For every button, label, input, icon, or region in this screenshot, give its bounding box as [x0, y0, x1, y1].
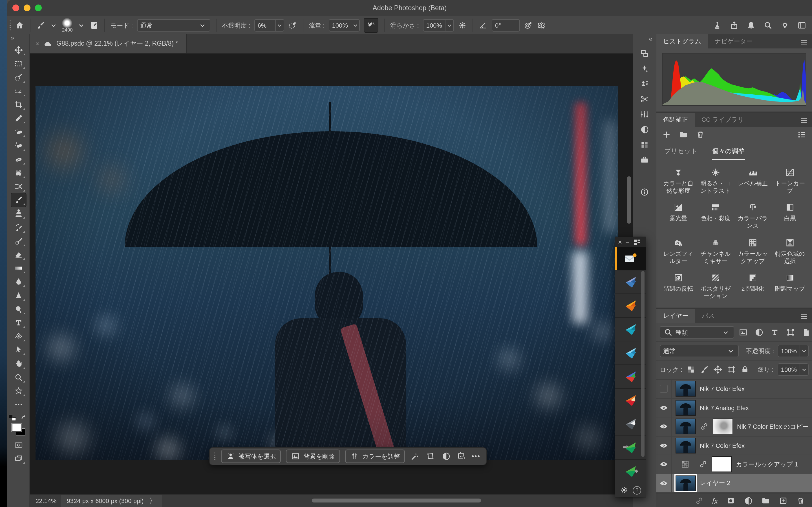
opacity-field[interactable]: 6% [254, 19, 284, 32]
filter-type-icon[interactable] [770, 328, 779, 337]
foreground-background-swatches[interactable] [11, 424, 25, 436]
collapsed-panel-brush-settings[interactable] [637, 107, 652, 122]
workspace-icon[interactable] [797, 21, 806, 30]
eraser-tool[interactable] [11, 248, 26, 262]
notifications-bell-icon[interactable] [747, 21, 756, 30]
layer-fill-field[interactable]: 100% [777, 363, 809, 376]
layer-thumbnail[interactable] [675, 419, 696, 435]
delete-adjustment-icon[interactable] [696, 130, 705, 139]
nik-minimize-icon[interactable]: − [625, 238, 629, 245]
foreground-color-swatch[interactable] [11, 424, 21, 432]
panel-menu-icon[interactable] [800, 116, 809, 125]
panel-menu-icon[interactable] [800, 312, 809, 321]
zoom-level[interactable]: 22.14% [36, 497, 57, 504]
adjustment-icon[interactable] [442, 452, 451, 461]
chevron-down-icon[interactable] [800, 364, 808, 375]
chevron-down-icon[interactable] [800, 345, 808, 356]
dodge-tool[interactable] [11, 302, 26, 316]
adjustment-group-folder-icon[interactable] [679, 130, 688, 139]
collapsed-panel-firefly[interactable] [637, 61, 652, 76]
adj-threshold[interactable]: 2 階調化 [734, 272, 771, 300]
lock-artboard-icon[interactable] [727, 365, 736, 374]
adj-levels[interactable]: レベル補正 [734, 167, 771, 194]
layer-name[interactable]: カラールックアップ 1 [736, 460, 798, 469]
symmetry-butterfly-icon[interactable] [537, 21, 546, 30]
add-mask-icon[interactable] [726, 496, 735, 505]
layer-visibility-eye-icon[interactable] [656, 417, 672, 436]
layer-row[interactable]: Nik 7 Color Efex のコピー [656, 417, 812, 436]
adjust-color-button[interactable]: カラーを調整 [345, 450, 405, 463]
canvas-image[interactable] [36, 86, 618, 460]
discover-lightbulb-icon[interactable] [780, 21, 790, 30]
adj-gradient-map[interactable]: 階調マップ [771, 272, 809, 300]
layer-row[interactable]: Nik 7 Analog Efex [656, 399, 812, 417]
collapsed-panel-actions[interactable] [637, 91, 652, 107]
document-tab[interactable]: × G88.psdc @ 22.1% (レイヤー 2, RGB/8) * [30, 34, 187, 53]
layer-style-fx-icon[interactable]: fx [712, 497, 718, 504]
collapsed-panel-libraries[interactable] [637, 152, 652, 167]
layer-name[interactable]: Nik 7 Analog Efex [700, 404, 749, 411]
nik-output-sharpener[interactable] [615, 460, 646, 483]
layer-row[interactable]: Nik 7 Color Efex [656, 436, 812, 455]
layer-thumbnail[interactable] [675, 475, 696, 491]
content-aware-patch-tool[interactable] [11, 166, 26, 179]
collapsed-panel-character[interactable] [637, 76, 652, 91]
lock-paint-icon[interactable] [700, 365, 709, 374]
layer-name[interactable]: Nik 7 Color Efex [700, 386, 745, 392]
layer-row[interactable]: カラールックアップ 1 [656, 455, 812, 474]
zoom-tool[interactable] [11, 371, 26, 384]
layer-row[interactable]: Nik 7 Color Efex [656, 380, 812, 399]
eyedropper-tool[interactable] [11, 112, 26, 125]
smoothing-field[interactable]: 100% [423, 19, 454, 32]
gradient-tool[interactable] [11, 262, 26, 275]
shape-tool[interactable] [11, 384, 26, 397]
adj-curves[interactable]: トーンカーブ [771, 167, 809, 194]
close-document-icon[interactable]: × [36, 40, 40, 47]
mixer-brush-tool[interactable] [11, 234, 26, 247]
adjustments-subtab-0[interactable]: プリセット [664, 147, 698, 160]
filter-adjustment-icon[interactable] [755, 328, 763, 337]
add-adjustment-icon[interactable] [662, 130, 671, 139]
layer-thumbnail[interactable] [675, 400, 696, 416]
layer-name[interactable]: Nik 7 Color Efex [700, 442, 745, 449]
adj-selective-color[interactable]: 特定色域の選択 [771, 237, 809, 265]
default-colors-icon[interactable] [8, 413, 17, 422]
layers-tab-1[interactable]: パス [695, 309, 721, 323]
new-adjustment-icon[interactable] [744, 496, 753, 505]
delete-layer-icon[interactable] [796, 496, 805, 505]
adj-posterize[interactable]: ポスタリゼーション [697, 272, 734, 300]
taskbar-drag-handle[interactable] [213, 451, 216, 461]
adj-invert[interactable]: 階調の反転 [660, 272, 697, 300]
chevron-down-icon[interactable] [49, 21, 58, 30]
layer-thumbnail[interactable] [675, 381, 696, 397]
adj-brightness-contrast[interactable]: 明るさ・コントラスト [697, 167, 734, 194]
adj-hue-saturation[interactable]: 色相・彩度 [697, 202, 734, 230]
adj-color-balance[interactable]: カラーバランス [734, 202, 771, 230]
toggle-brush-settings-icon[interactable] [90, 21, 99, 30]
add-image-icon[interactable] [458, 452, 467, 461]
screen-mode-button[interactable] [11, 452, 26, 466]
toolbar-collapse-chevron[interactable]: » [7, 34, 14, 43]
layer-visibility-eye-icon[interactable] [656, 399, 672, 417]
new-layer-icon[interactable] [779, 496, 788, 505]
flow-field[interactable]: 100% [329, 19, 360, 32]
adj-photo-filter[interactable]: レンズフィルター [660, 237, 697, 265]
chevron-down-icon[interactable] [351, 20, 359, 31]
adjustments-subtab-1[interactable]: 個々の調整 [712, 147, 745, 160]
brush-size-picker[interactable]: 2400 [62, 18, 73, 33]
edit-toolbar[interactable] [11, 398, 26, 411]
history-brush-tool[interactable] [11, 221, 26, 234]
nik-home[interactable] [615, 247, 646, 270]
adj-channel-mixer[interactable]: チャンネルミキサー [697, 237, 734, 265]
healing-brush-tool[interactable] [11, 125, 26, 138]
pressure-size-icon[interactable] [524, 21, 533, 30]
adj-exposure[interactable]: 露光量 [660, 202, 697, 230]
layer-mask-thumbnail[interactable] [712, 457, 732, 472]
filter-image-icon[interactable] [739, 328, 748, 337]
panels-collapse-chevron[interactable]: « [649, 34, 656, 46]
swap-colors-icon[interactable] [20, 413, 29, 422]
lut-layer-icon[interactable] [675, 457, 695, 472]
histogram-tab-0[interactable]: ヒストグラム [656, 34, 708, 48]
brush-tool[interactable] [11, 193, 26, 207]
link-layers-icon[interactable] [695, 496, 704, 505]
